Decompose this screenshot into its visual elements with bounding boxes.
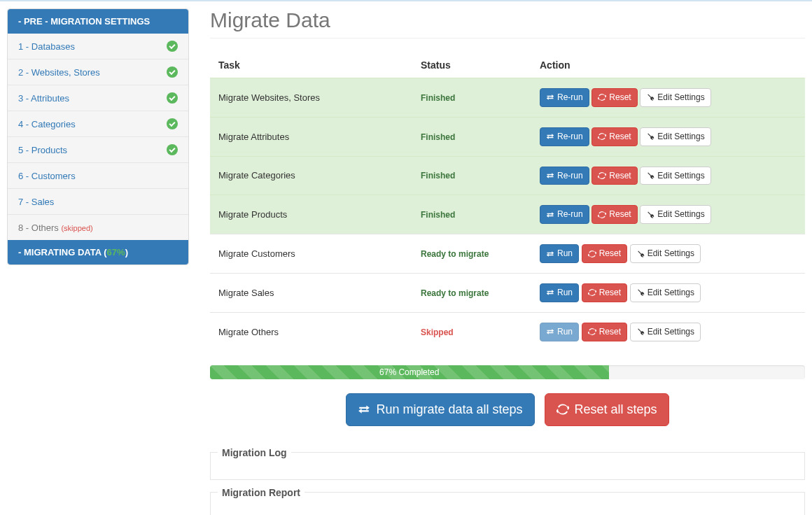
- sidebar: - PRE - MIGRATION SETTINGS 1 - Databases…: [7, 8, 189, 515]
- run-button[interactable]: Re-run: [540, 127, 589, 146]
- wrench-icon: [646, 211, 654, 219]
- status-badge: Ready to migrate: [421, 249, 489, 259]
- status-badge: Ready to migrate: [421, 288, 489, 298]
- migration-log-title: Migration Log: [218, 447, 291, 458]
- progress-bar: 67% Completed: [210, 365, 609, 379]
- sidebar-item-link[interactable]: 3 - Attributes: [18, 93, 69, 104]
- transfer-icon: [546, 211, 554, 219]
- status-badge: Finished: [421, 171, 455, 181]
- reset-all-button[interactable]: Reset all steps: [545, 393, 669, 426]
- transfer-icon: [546, 288, 554, 297]
- table-row: Migrate OthersSkippedRun Reset Edit Sett…: [210, 312, 805, 351]
- sidebar-item[interactable]: 6 - Customers: [8, 163, 188, 189]
- transfer-icon: [546, 327, 554, 336]
- table-row: Migrate CustomersReady to migrateRun Res…: [210, 234, 805, 274]
- refresh-icon: [598, 93, 606, 101]
- reset-button[interactable]: Reset: [592, 127, 637, 146]
- refresh-icon: [598, 211, 606, 219]
- edit-settings-button[interactable]: Edit Settings: [630, 323, 701, 341]
- status-badge: Skipped: [421, 327, 454, 337]
- run-button[interactable]: Re-run: [540, 88, 589, 107]
- page-title: Migrate Data: [210, 8, 805, 38]
- refresh-icon: [588, 327, 596, 336]
- run-button[interactable]: Run: [540, 244, 579, 263]
- refresh-icon: [588, 288, 596, 297]
- run-button: Run: [540, 323, 579, 341]
- transfer-icon: [546, 171, 554, 180]
- edit-settings-button[interactable]: Edit Settings: [640, 127, 710, 146]
- migration-log-panel: Migration Log: [210, 447, 805, 480]
- sidebar-item[interactable]: 4 - Categories: [8, 111, 188, 137]
- wrench-icon: [636, 327, 645, 336]
- task-cell: Migrate Attributes: [210, 117, 412, 156]
- edit-settings-button[interactable]: Edit Settings: [640, 167, 710, 185]
- edit-settings-button[interactable]: Edit Settings: [630, 244, 701, 263]
- reset-button[interactable]: Reset: [592, 205, 637, 224]
- wrench-icon: [646, 171, 654, 180]
- sidebar-item[interactable]: 7 - Sales: [8, 189, 188, 215]
- run-all-button[interactable]: Run migrate data all steps: [346, 393, 534, 426]
- refresh-icon: [556, 403, 569, 416]
- reset-button[interactable]: Reset: [582, 244, 627, 263]
- sidebar-item-link[interactable]: 1 - Databases: [18, 41, 75, 52]
- col-task: Task: [210, 52, 412, 78]
- check-icon: [167, 144, 178, 155]
- task-cell: Migrate Websites, Stores: [210, 78, 412, 118]
- refresh-icon: [598, 132, 606, 141]
- reset-button[interactable]: Reset: [582, 283, 627, 302]
- task-cell: Migrate Customers: [210, 234, 412, 274]
- sidebar-item-link[interactable]: 7 - Sales: [18, 197, 54, 207]
- run-button[interactable]: Run: [540, 283, 579, 302]
- table-row: Migrate ProductsFinishedRe-run Reset Edi…: [210, 195, 805, 234]
- transfer-icon: [358, 403, 370, 416]
- sidebar-item-link[interactable]: 5 - Products: [18, 145, 67, 155]
- check-icon: [167, 41, 178, 52]
- reset-button[interactable]: Reset: [592, 167, 637, 185]
- sidebar-item[interactable]: 5 - Products: [8, 137, 188, 163]
- reset-button[interactable]: Reset: [582, 323, 627, 341]
- wrench-icon: [646, 132, 654, 141]
- task-cell: Migrate Others: [210, 312, 412, 351]
- wrench-icon: [636, 250, 645, 258]
- wrench-icon: [636, 288, 645, 297]
- reset-button[interactable]: Reset: [592, 88, 637, 107]
- main-content: Migrate Data Task Status Action Migrate …: [210, 8, 805, 515]
- sidebar-item-link[interactable]: 2 - Websites, Stores: [18, 67, 100, 78]
- task-cell: Migrate Products: [210, 195, 412, 234]
- sidebar-item[interactable]: 8 - Others (skipped): [8, 215, 188, 240]
- edit-settings-button[interactable]: Edit Settings: [640, 205, 710, 224]
- sidebar-item[interactable]: 2 - Websites, Stores: [8, 59, 188, 85]
- sidebar-item[interactable]: 3 - Attributes: [8, 85, 188, 111]
- progress-bar-container: 67% Completed: [210, 365, 805, 379]
- sidebar-item-link[interactable]: 6 - Customers: [18, 171, 76, 181]
- check-icon: [167, 92, 178, 104]
- migrating-pct: 67%: [107, 247, 125, 258]
- migration-report-panel: Migration Report: [210, 487, 805, 515]
- check-icon: [167, 66, 178, 78]
- refresh-icon: [598, 171, 606, 180]
- run-button[interactable]: Re-run: [540, 205, 589, 224]
- table-row: Migrate Websites, StoresFinishedRe-run R…: [210, 78, 805, 118]
- sidebar-item[interactable]: 1 - Databases: [8, 34, 188, 59]
- migrating-data-header: - MIGRATING DATA (67%): [8, 240, 188, 264]
- table-row: Migrate SalesReady to migrateRun Reset E…: [210, 273, 805, 312]
- transfer-icon: [546, 93, 554, 101]
- sidebar-item-label: 8 - Others: [18, 223, 61, 233]
- check-icon: [167, 118, 178, 129]
- status-badge: Finished: [421, 210, 455, 220]
- task-table: Task Status Action Migrate Websites, Sto…: [210, 52, 805, 351]
- table-row: Migrate CategoriesFinishedRe-run Reset E…: [210, 156, 805, 195]
- migration-report-title: Migration Report: [218, 487, 304, 498]
- pre-migration-header: - PRE - MIGRATION SETTINGS: [8, 9, 188, 34]
- task-cell: Migrate Sales: [210, 273, 412, 312]
- status-badge: Finished: [421, 132, 455, 142]
- col-status: Status: [412, 52, 531, 78]
- edit-settings-button[interactable]: Edit Settings: [640, 88, 710, 107]
- table-row: Migrate AttributesFinishedRe-run Reset E…: [210, 117, 805, 156]
- sidebar-item-link[interactable]: 4 - Categories: [18, 119, 76, 129]
- edit-settings-button[interactable]: Edit Settings: [630, 283, 701, 302]
- run-button[interactable]: Re-run: [540, 167, 589, 185]
- wrench-icon: [646, 93, 654, 101]
- status-badge: Finished: [421, 93, 455, 103]
- transfer-icon: [546, 132, 554, 141]
